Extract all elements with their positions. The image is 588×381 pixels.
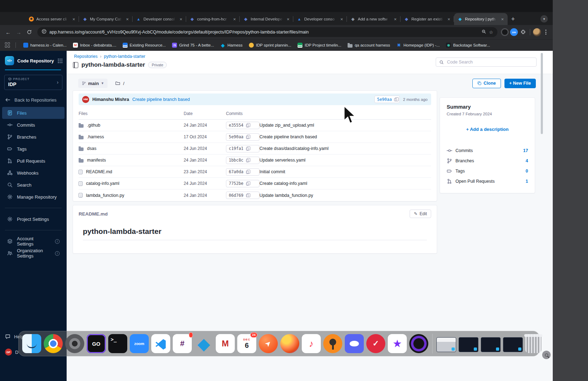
dock-check-app-icon[interactable]: ✓	[366, 334, 385, 353]
breadcrumb-repo-name[interactable]: python-lambda-starter	[104, 54, 145, 59]
file-name-cell[interactable]: README.md	[79, 169, 184, 174]
url-text[interactable]: app.harness.io/ng/account/6_vVHzo9Qeu9fX…	[49, 30, 479, 35]
copy-icon[interactable]	[246, 194, 249, 197]
browser-tab[interactable]: ◆Repository | pyth×	[454, 13, 508, 25]
dock-backstage-icon[interactable]: ◆	[194, 334, 213, 353]
tab-close-icon[interactable]: ×	[286, 17, 290, 22]
dock-slack-icon[interactable]: #	[173, 334, 192, 353]
minimized-window-thumbnail[interactable]	[459, 337, 478, 352]
sidebar-item-tags[interactable]: Tags	[2, 143, 65, 155]
bookmark-item[interactable]: MInbox - debabrata....	[70, 42, 120, 49]
table-row[interactable]: README.md23 Jan 202467a0daInitial commit	[79, 166, 431, 178]
commit-hash-chip[interactable]: c19fa1	[226, 145, 259, 152]
copy-icon[interactable]	[246, 182, 249, 186]
module-switcher-icon[interactable]	[58, 59, 62, 63]
table-row[interactable]: lambda_function.py24 Jan 202406d769Updat…	[79, 189, 431, 201]
commit-hash-chip[interactable]: 5e90aa	[374, 96, 400, 103]
file-name-cell[interactable]: lambda_function.py	[79, 193, 184, 198]
table-row[interactable]: .github24 Jan 2024e35554Update zip_and_u…	[79, 120, 431, 131]
extension-icon[interactable]	[501, 28, 509, 36]
copy-icon[interactable]	[246, 159, 249, 162]
bookmark-item[interactable]: qa account harness	[344, 42, 393, 49]
bookmark-star-icon[interactable]: ☆	[489, 30, 493, 35]
dock-dark-app-icon[interactable]	[409, 334, 428, 353]
file-name-cell[interactable]: dsas	[79, 146, 184, 151]
new-tab-button[interactable]: +	[511, 16, 515, 23]
browser-tab[interactable]: ▲Developer consol×	[133, 13, 186, 25]
profile-avatar[interactable]	[533, 28, 541, 36]
commit-hash-chip[interactable]: 1bbc8c	[226, 157, 259, 164]
tab-close-icon[interactable]: ×	[232, 17, 237, 22]
summary-stat-open-pull-requests[interactable]: Open Pull Requests1	[447, 176, 528, 186]
info-icon[interactable]: i	[55, 251, 60, 256]
bookmark-item[interactable]: Existing Resource...	[120, 42, 169, 49]
bookmark-item[interactable]: ✖Homepage (IDP) -...	[393, 42, 443, 49]
reload-icon[interactable]	[25, 28, 34, 37]
sidebar-item-files[interactable]: Files	[2, 107, 65, 119]
sidebar-item-search[interactable]: Search	[2, 179, 65, 191]
commit-message[interactable]: Create dsas/dasd/catalog-info.yaml	[259, 146, 431, 151]
commit-hash-chip[interactable]: 06d769	[226, 192, 259, 199]
forward-icon[interactable]: →	[14, 28, 23, 37]
bookmark-item[interactable]: 75Grind 75 - A bette...	[169, 42, 217, 49]
zoom-level-icon[interactable]	[482, 29, 486, 35]
sidebar-item-organization-settings[interactable]: Organization Settingsi	[2, 247, 65, 259]
tab-close-icon[interactable]: ×	[178, 17, 183, 22]
sidebar-item-commits[interactable]: Commits	[2, 119, 65, 131]
breadcrumb-repositories[interactable]: Repositories	[74, 54, 98, 59]
branch-selector[interactable]: main ▼	[78, 79, 108, 88]
bookmark-item[interactable]: IDP sprint plannin...	[246, 42, 294, 49]
copy-icon[interactable]	[246, 124, 249, 127]
dock-trash-icon[interactable]	[525, 334, 541, 353]
dock-openvpn-icon[interactable]	[323, 334, 342, 353]
add-description-link[interactable]: + Add a description	[447, 127, 528, 132]
file-name-cell[interactable]: .harness	[79, 134, 184, 139]
bookmark-item[interactable]: ◉Backstage Softwar...	[443, 42, 493, 49]
screen-corner-magnifier-icon[interactable]	[542, 351, 551, 359]
browser-tab[interactable]: Access server cli×	[25, 13, 79, 25]
minimized-window-thumbnail[interactable]	[481, 337, 501, 352]
copy-icon[interactable]	[394, 98, 397, 101]
sidebar-item-project-settings[interactable]: Project Settings	[2, 213, 65, 225]
tab-close-icon[interactable]: ×	[71, 17, 76, 22]
tab-close-icon[interactable]: ×	[125, 17, 130, 22]
edit-button[interactable]: ✎ Edit	[410, 210, 431, 218]
project-selector[interactable]: PROJECT IDP ›	[4, 75, 62, 90]
bookmark-item[interactable]: ◆Harness	[217, 42, 246, 49]
dock-zoom-icon[interactable]: zoom	[130, 334, 149, 353]
browser-menu-icon[interactable]	[543, 28, 549, 36]
back-icon[interactable]: ←	[4, 28, 13, 37]
sidebar-item-account-settings[interactable]: Account Settingsi	[2, 235, 65, 247]
commit-message-link[interactable]: Create pipeline branch based	[132, 97, 190, 102]
dock-music-icon[interactable]: ♪	[302, 334, 321, 353]
dock-chrome-icon[interactable]	[44, 334, 63, 353]
commit-hash-chip[interactable]: 5e90aa	[226, 133, 259, 141]
scrollbar-thumb[interactable]	[541, 53, 543, 134]
file-name-cell[interactable]: .github	[79, 123, 184, 128]
copy-icon[interactable]	[246, 136, 249, 139]
table-row[interactable]: manifests24 Jan 20241bbc8cUpdate serverl…	[79, 155, 431, 166]
minimized-window-thumbnail[interactable]	[436, 337, 456, 352]
url-bar[interactable]: app.harness.io/ng/account/6_vVHzo9Qeu9fX…	[37, 27, 497, 37]
dock-system-settings-icon[interactable]	[65, 334, 84, 353]
dock-calendar-icon[interactable]: DEC624	[237, 334, 256, 353]
dock-star-app-icon[interactable]: ★	[388, 334, 407, 353]
commit-hash-chip[interactable]: 7752be	[226, 180, 259, 187]
table-row[interactable]: .harness17 Oct 20245e90aaCreate pipeline…	[79, 131, 431, 143]
tab-close-icon[interactable]: ×	[500, 17, 505, 22]
repo-path[interactable]: /	[123, 81, 124, 86]
commit-message[interactable]: Initial commit	[259, 169, 431, 174]
sidebar-item-branches[interactable]: Branches	[2, 131, 65, 143]
table-row[interactable]: dsas24 Jun 2024c19fa1Create dsas/dasd/ca…	[79, 143, 431, 155]
info-icon[interactable]: i	[55, 239, 60, 244]
minimized-window-thumbnail[interactable]	[503, 337, 523, 352]
bookmark-item[interactable]: IDP Project timelin...	[294, 42, 344, 49]
extensions-puzzle-icon[interactable]	[519, 28, 527, 36]
commit-message[interactable]: Create pipeline branch based	[259, 134, 431, 139]
apps-grid-icon[interactable]	[5, 42, 11, 48]
browser-tab[interactable]: ◆Add a new softw×	[347, 13, 400, 25]
new-file-button[interactable]: + New File	[504, 79, 536, 88]
sidebar-item-webhooks[interactable]: Webhooks	[2, 167, 65, 179]
dock-discord-icon[interactable]	[345, 334, 364, 353]
commit-hash-chip[interactable]: 67a0da	[226, 168, 259, 176]
